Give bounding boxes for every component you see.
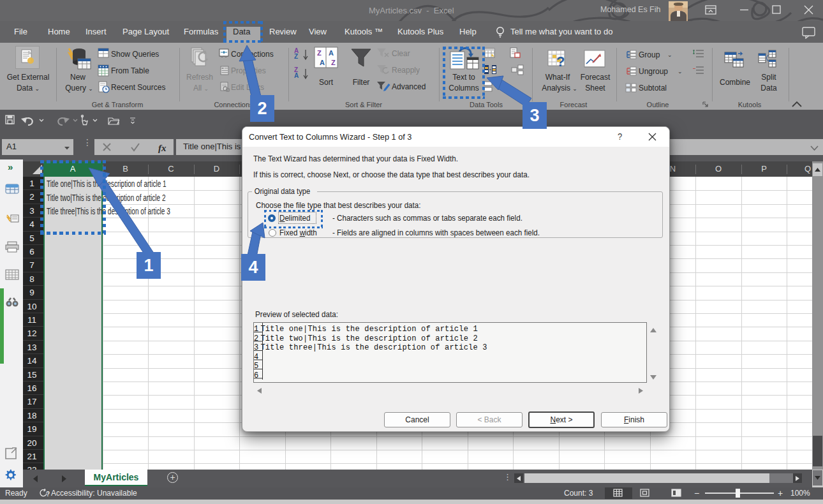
svg-text:A: A	[320, 59, 325, 66]
svg-text:fx: fx	[158, 143, 167, 153]
svg-text:Z: Z	[331, 59, 336, 66]
svg-text:Z: Z	[317, 49, 322, 57]
svg-text:A: A	[329, 49, 334, 57]
svg-text:?: ?	[556, 54, 565, 70]
svg-text:?: ?	[46, 491, 50, 498]
